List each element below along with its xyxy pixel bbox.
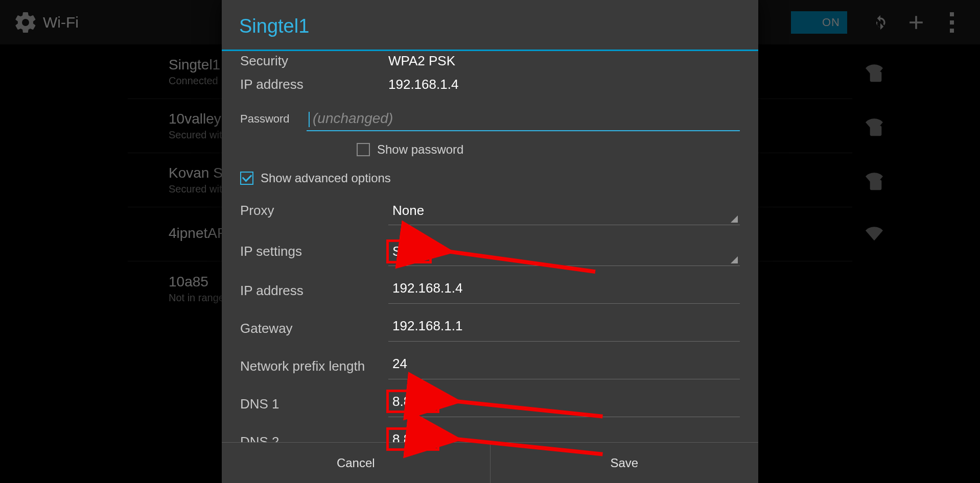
dialog-header: Singtel1 [222, 0, 758, 51]
wifi-ssid: 10a85 [169, 274, 224, 290]
security-label: Security [240, 53, 388, 69]
security-value: WPA2 PSK [388, 53, 455, 69]
save-button[interactable]: Save [490, 443, 759, 483]
cancel-button[interactable]: Cancel [222, 443, 490, 483]
dns2-input[interactable]: 8.8.8.8 [388, 429, 740, 442]
dns1-value: 8.8.8.4 [392, 394, 433, 409]
password-input[interactable]: (unchanged) [307, 107, 740, 131]
ip-address-value: 192.168.1.4 [388, 77, 458, 92]
static-ip-input[interactable]: 192.168.1.4 [388, 278, 740, 304]
prefix-length-label: Network prefix length [240, 358, 388, 374]
password-placeholder: (unchanged) [313, 110, 393, 126]
overflow-menu-icon[interactable] [934, 5, 970, 40]
add-network-icon[interactable] [898, 5, 934, 40]
refresh-icon[interactable] [862, 5, 898, 40]
dialog-title: Singtel1 [239, 15, 741, 37]
dns2-label: DNS 2 [240, 434, 388, 442]
static-ip-label: IP address [240, 283, 388, 299]
wifi-toggle-switch[interactable]: ON [791, 11, 847, 34]
ip-address-label: IP address [240, 77, 388, 92]
ip-settings-spinner[interactable]: Static [388, 237, 740, 266]
wifi-status: Not in range [169, 292, 224, 304]
wifi-modify-dialog: Singtel1 Security WPA2 PSK IP address 19… [222, 0, 758, 483]
page-title: Wi-Fi [43, 14, 79, 31]
dns2-value: 8.8.8.8 [392, 431, 433, 442]
dns1-input[interactable]: 8.8.8.4 [388, 392, 740, 417]
settings-gear-icon [10, 7, 41, 38]
proxy-value: None [392, 203, 424, 219]
prefix-length-input[interactable]: 24 [388, 354, 740, 379]
password-label: Password [240, 112, 307, 126]
wifi-status: Connected [169, 75, 220, 87]
show-advanced-label: Show advanced options [261, 171, 391, 185]
show-password-label: Show password [377, 142, 463, 157]
proxy-spinner[interactable]: None [388, 197, 740, 225]
dialog-button-bar: Cancel Save [222, 442, 758, 483]
gateway-label: Gateway [240, 321, 388, 336]
wifi-signal-icon [866, 225, 883, 244]
wifi-signal-icon [866, 116, 883, 136]
ip-settings-label: IP settings [240, 244, 388, 259]
wifi-ssid: Singtel1 [169, 57, 220, 73]
dns1-label: DNS 1 [240, 396, 388, 412]
show-advanced-checkbox[interactable] [240, 172, 253, 185]
proxy-label: Proxy [240, 203, 388, 219]
wifi-signal-icon [866, 171, 883, 190]
prefix-length-value: 24 [392, 356, 407, 371]
ip-settings-value: Static [392, 244, 426, 259]
wifi-toggle-label: ON [822, 16, 840, 29]
wifi-signal-icon [866, 62, 883, 82]
gateway-input[interactable]: 192.168.1.1 [388, 316, 740, 342]
show-password-checkbox[interactable] [357, 143, 370, 156]
gateway-value: 192.168.1.1 [392, 318, 462, 333]
static-ip-value: 192.168.1.4 [392, 280, 462, 296]
